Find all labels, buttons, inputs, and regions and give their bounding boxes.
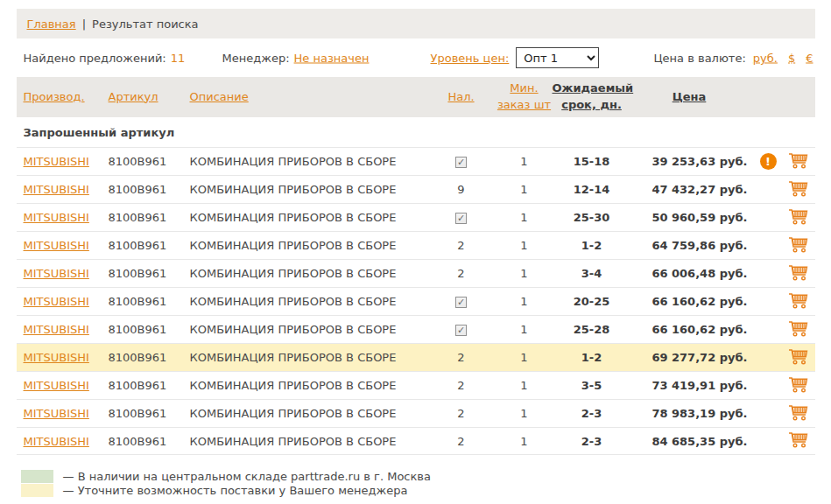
legend: — В наличии на центральном складе parttr…	[17, 469, 815, 497]
term-cell: 3-4	[553, 267, 631, 280]
manufacturer-link[interactable]: MITSUBISHI	[24, 155, 89, 168]
add-to-cart-button[interactable]	[788, 235, 809, 254]
article-cell: 8100B961	[109, 351, 185, 364]
add-to-cart-button[interactable]	[788, 263, 809, 282]
breadcrumb-home-link[interactable]: Главная	[27, 18, 76, 31]
manufacturer-link[interactable]: MITSUBISHI	[24, 323, 89, 336]
table-row: MITSUBISHI 8100B961 КОМБИНАЦИЯ ПРИБОРОВ …	[17, 399, 815, 427]
availability-checkbox[interactable]: ✓	[455, 325, 467, 336]
price-cell: 64 759,86 руб.	[631, 239, 754, 252]
add-to-cart-button[interactable]	[788, 179, 809, 198]
table-row: MITSUBISHI 8100B961 КОМБИНАЦИЯ ПРИБОРОВ …	[17, 371, 815, 399]
add-to-cart-button[interactable]	[788, 291, 809, 310]
description-cell: КОМБИНАЦИЯ ПРИБОРОВ В СБОРЕ	[185, 379, 426, 392]
availability-checkbox[interactable]: ✓	[455, 297, 467, 308]
min-order-cell: 1	[496, 435, 553, 448]
price-level-select[interactable]: Опт 1	[516, 47, 599, 68]
add-to-cart-button[interactable]	[788, 403, 809, 422]
availability-cell: ✓	[426, 155, 496, 168]
table-row: MITSUBISHI 8100B961 КОМБИНАЦИЯ ПРИБОРОВ …	[17, 315, 815, 343]
table-row: MITSUBISHI 8100B961 КОМБИНАЦИЯ ПРИБОРОВ …	[17, 175, 815, 203]
section-title: Запрошенный артикул	[17, 117, 815, 147]
article-cell: 8100B961	[109, 295, 185, 308]
page-content: Главная | Результат поиска Найдено предл…	[17, 0, 815, 497]
legend-swatch	[21, 470, 53, 483]
header-availability[interactable]: Нал.	[426, 89, 496, 106]
table-row: MITSUBISHI 8100B961 КОМБИНАЦИЯ ПРИБОРОВ …	[17, 287, 815, 315]
term-cell: 12-14	[553, 183, 631, 196]
price-level: Уровень цен: Опт 1	[426, 47, 600, 68]
cart-icon	[788, 347, 809, 366]
price-cell: 78 983,19 руб.	[631, 407, 754, 420]
availability-cell: 2	[426, 379, 496, 392]
article-cell: 8100B961	[109, 379, 185, 392]
manufacturer-link[interactable]: MITSUBISHI	[24, 211, 89, 224]
add-to-cart-button[interactable]	[788, 375, 809, 394]
availability-cell: 9	[426, 183, 496, 196]
availability-checkbox[interactable]: ✓	[455, 157, 467, 168]
availability-checkbox[interactable]: ✓	[455, 213, 467, 224]
header-description[interactable]: Описание	[185, 89, 426, 106]
manufacturer-link[interactable]: MITSUBISHI	[24, 295, 89, 308]
price-cell: 66 006,48 руб.	[631, 267, 754, 280]
header-article[interactable]: Артикул	[109, 89, 185, 106]
table-header-row: Производ. Артикул Описание Нал. Мин.зака…	[17, 77, 815, 117]
min-order-cell: 1	[496, 295, 553, 308]
header-price[interactable]: Цена	[631, 89, 754, 106]
price-level-link[interactable]: Уровень цен:	[431, 52, 510, 65]
header-min-order[interactable]: Мин.заказ шт	[496, 80, 553, 114]
cart-icon	[788, 291, 809, 310]
availability-cell: 2	[426, 407, 496, 420]
table-row: MITSUBISHI 8100B961 КОМБИНАЦИЯ ПРИБОРОВ …	[17, 147, 815, 175]
cart-icon	[788, 263, 809, 282]
manufacturer-link[interactable]: MITSUBISHI	[24, 239, 89, 252]
term-cell: 1-2	[553, 351, 631, 364]
legend-text: — В наличии на центральном складе parttr…	[63, 470, 431, 483]
warning-icon: !	[760, 153, 777, 170]
manufacturer-link[interactable]: MITSUBISHI	[24, 351, 89, 364]
found-offers-label: Найдено предложений:	[24, 52, 166, 65]
currency-eur-link[interactable]: €	[806, 52, 813, 65]
min-order-cell: 1	[496, 155, 553, 168]
breadcrumb-separator: |	[82, 18, 86, 31]
manufacturer-link[interactable]: MITSUBISHI	[24, 267, 89, 280]
currency-usd-link[interactable]: $	[788, 52, 795, 65]
min-order-cell: 1	[496, 267, 553, 280]
manufacturer-link[interactable]: MITSUBISHI	[24, 435, 89, 448]
description-cell: КОМБИНАЦИЯ ПРИБОРОВ В СБОРЕ	[185, 407, 426, 420]
article-cell: 8100B961	[109, 183, 185, 196]
header-manufacturer[interactable]: Производ.	[17, 89, 109, 106]
term-cell: 1-2	[553, 239, 631, 252]
price-cell: 84 685,35 руб.	[631, 435, 754, 448]
add-to-cart-button[interactable]	[788, 151, 809, 170]
article-cell: 8100B961	[109, 155, 185, 168]
currency-switch: Цена в валюте: руб. $ €	[654, 52, 813, 65]
found-offers: Найдено предложений: 11	[24, 52, 186, 65]
manufacturer-link[interactable]: MITSUBISHI	[24, 379, 89, 392]
cart-icon	[788, 179, 809, 198]
term-cell: 25-28	[553, 323, 631, 336]
term-cell: 25-30	[553, 211, 631, 224]
add-to-cart-button[interactable]	[788, 430, 809, 449]
currency-rub-link[interactable]: руб.	[753, 52, 778, 65]
article-cell: 8100B961	[109, 211, 185, 224]
manager: Менеджер: Не назначен	[222, 52, 370, 65]
cart-icon	[788, 151, 809, 170]
cart-icon	[788, 375, 809, 394]
header-term[interactable]: Ожидаемыйсрок, дн.	[553, 80, 631, 114]
cart-icon	[788, 430, 809, 449]
add-to-cart-button[interactable]	[788, 319, 809, 338]
availability-cell: 2	[426, 351, 496, 364]
add-to-cart-button[interactable]	[788, 347, 809, 366]
article-cell: 8100B961	[109, 239, 185, 252]
description-cell: КОМБИНАЦИЯ ПРИБОРОВ В СБОРЕ	[185, 295, 426, 308]
table-row: MITSUBISHI 8100B961 КОМБИНАЦИЯ ПРИБОРОВ …	[17, 231, 815, 259]
manufacturer-link[interactable]: MITSUBISHI	[24, 183, 89, 196]
article-cell: 8100B961	[109, 407, 185, 420]
term-cell: 3-5	[553, 379, 631, 392]
add-to-cart-button[interactable]	[788, 207, 809, 226]
availability-cell: ✓	[426, 211, 496, 224]
manufacturer-link[interactable]: MITSUBISHI	[24, 407, 89, 420]
price-cell: 47 432,27 руб.	[631, 183, 754, 196]
manager-link[interactable]: Не назначен	[294, 52, 370, 65]
